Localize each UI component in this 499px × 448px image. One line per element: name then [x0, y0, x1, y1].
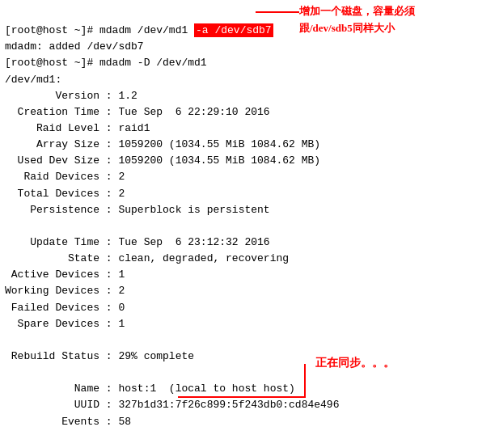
arrow-line-1 [256, 11, 299, 13]
annotation-syncing: 正在同步。。。 [315, 356, 395, 370]
cmd-arg-highlight: -a /dev/sdb7 [194, 23, 273, 37]
total-devices-label: Total Devices : 2 [18, 188, 125, 200]
line-1: [root@host ~]# mdadm /dev/md1 -a /dev/sd… [5, 23, 445, 448]
recovering-text: recovering [226, 252, 289, 264]
arrow-line-3 [178, 396, 306, 398]
annotation-add-disk: 增加一个磁盘，容量必须跟/dev/sdb5同样大小 [299, 3, 415, 37]
terminal-output: [root@host ~]# mdadm /dev/md1 -a /dev/sd… [0, 0, 499, 448]
arrow-line-2 [304, 364, 306, 396]
